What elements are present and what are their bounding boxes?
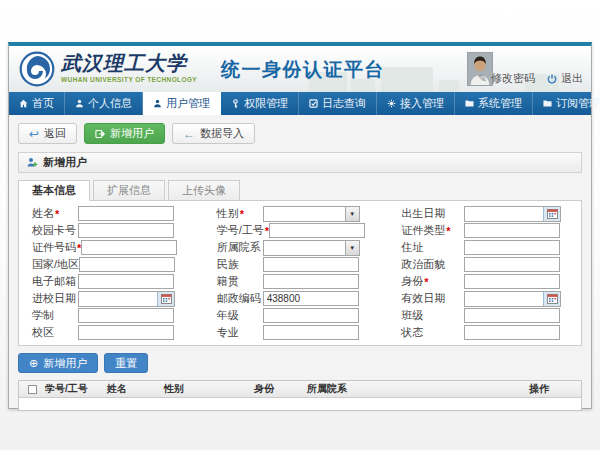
nav-item-home[interactable]: 首页 xyxy=(9,92,65,115)
class-input[interactable] xyxy=(464,308,560,323)
status-input[interactable] xyxy=(464,325,560,340)
nav-item-label: 日志查询 xyxy=(322,96,366,111)
nav-item-label: 权限管理 xyxy=(244,96,288,111)
university-logo xyxy=(19,51,55,87)
form-field-political-status: 政治面貌 xyxy=(392,256,577,273)
form-field-grade: 年级 xyxy=(208,307,393,324)
app-header: 武汉理工大学 WUHAN UNIVERSITY OF TECHNOLOGY 统一… xyxy=(9,46,591,92)
add-user-toolbar-button[interactable]: 新增用户 xyxy=(84,123,165,144)
department-select[interactable]: ▼ xyxy=(263,240,360,256)
form-field-valid-date: 有效日期 xyxy=(392,290,577,307)
folder-icon xyxy=(465,99,474,108)
form-field-id-type: 证件类型* xyxy=(392,222,577,239)
field-label: 身份 xyxy=(392,274,423,289)
user-form-grid: 姓名*性别*▼出生日期校园卡号学号/工号*证件类型*证件号码*所属院系▼住址国家… xyxy=(23,205,577,341)
nav-item-label: 接入管理 xyxy=(400,96,444,111)
logout-button[interactable]: 退出 xyxy=(547,71,583,86)
campus-input[interactable] xyxy=(78,325,174,340)
field-label: 民族 xyxy=(208,257,239,272)
form-field-department: 所属院系▼ xyxy=(208,239,393,256)
nav-item-user-mgmt[interactable]: 用户管理 xyxy=(143,92,221,115)
field-label-wrap: 姓名* xyxy=(23,206,78,221)
user-menu: ✎ 修改密码 退出 xyxy=(478,71,583,86)
check-square-icon xyxy=(309,99,318,108)
nav-item-subscribe-mgmt[interactable]: 订阅管理 xyxy=(533,92,600,115)
field-label: 政治面貌 xyxy=(392,257,445,272)
field-label-wrap: 政治面貌 xyxy=(392,257,464,272)
field-label-wrap: 籍贯 xyxy=(208,274,263,289)
users-icon xyxy=(153,99,162,108)
form-field-email: 电子邮箱 xyxy=(23,273,208,290)
logout-label: 退出 xyxy=(561,71,583,86)
change-password-button[interactable]: ✎ 修改密码 xyxy=(478,71,535,86)
field-label-wrap: 进校日期 xyxy=(23,291,78,306)
field-label: 进校日期 xyxy=(23,291,76,306)
enroll-date-input[interactable] xyxy=(79,292,157,306)
form-field-schooling-length: 学制 xyxy=(23,307,208,324)
field-label: 校区 xyxy=(23,325,54,340)
required-asterisk: * xyxy=(446,225,450,237)
reset-button[interactable]: 重置 xyxy=(104,353,148,373)
form-field-id-number: 证件号码* xyxy=(23,239,208,256)
field-label-wrap: 证件类型* xyxy=(392,223,464,238)
user-table-empty-body xyxy=(19,398,581,410)
email-input[interactable] xyxy=(78,274,174,289)
native-place-input[interactable] xyxy=(263,274,359,289)
field-label-wrap: 民族 xyxy=(208,257,263,272)
political-status-input[interactable] xyxy=(464,257,560,272)
select-all-cell xyxy=(19,385,45,394)
form-field-country-region: 国家/地区 xyxy=(23,256,208,273)
country-region-input[interactable] xyxy=(79,257,175,272)
postal-code-input[interactable] xyxy=(263,291,359,306)
tab-upload-avatar[interactable]: 上传头像 xyxy=(168,180,240,201)
field-label-wrap: 年级 xyxy=(208,308,263,323)
calendar-button[interactable] xyxy=(157,292,174,306)
grade-input[interactable] xyxy=(263,308,359,323)
nav-item-label: 订阅管理 xyxy=(556,96,600,111)
calendar-button[interactable] xyxy=(543,292,560,306)
ethnicity-input[interactable] xyxy=(263,257,359,272)
id-type-input[interactable] xyxy=(464,223,560,238)
tab-extended-info[interactable]: 扩展信息 xyxy=(93,180,165,201)
enroll-date-datepicker xyxy=(78,291,175,307)
field-label: 班级 xyxy=(392,308,423,323)
schooling-length-input[interactable] xyxy=(78,308,174,323)
building-silhouette xyxy=(439,80,459,92)
data-import-button[interactable]: ← 数据导入 xyxy=(172,123,255,144)
valid-date-input[interactable] xyxy=(465,292,543,306)
form-field-campus-card: 校园卡号 xyxy=(23,222,208,239)
form-field-postal-code: 邮政编码 xyxy=(208,290,393,307)
field-label-wrap: 学号/工号* xyxy=(208,223,269,238)
university-name: 武汉理工大学 xyxy=(61,52,197,74)
field-label: 证件号码 xyxy=(23,240,76,255)
gear-icon xyxy=(387,99,396,108)
university-name-en: WUHAN UNIVERSITY OF TECHNOLOGY xyxy=(61,76,197,83)
nav-item-profile[interactable]: 个人信息 xyxy=(65,92,143,115)
address-input[interactable] xyxy=(464,240,560,255)
birth-date-datepicker xyxy=(464,206,561,222)
form-actions: ⊕ 新增用户 重置 xyxy=(18,353,582,373)
field-label: 校园卡号 xyxy=(23,223,76,238)
back-button[interactable]: ↩ 返回 xyxy=(18,123,77,144)
nav-item-system-mgmt[interactable]: 系统管理 xyxy=(455,92,533,115)
id-number-input[interactable] xyxy=(81,240,177,255)
nav-item-log-query[interactable]: 日志查询 xyxy=(299,92,377,115)
chevron-down-icon: ▼ xyxy=(345,241,359,255)
tab-basic-info[interactable]: 基本信息 xyxy=(18,180,90,201)
select-all-checkbox[interactable] xyxy=(28,385,37,394)
name-input[interactable] xyxy=(78,206,174,221)
user-icon xyxy=(75,99,84,108)
student-id-input[interactable] xyxy=(269,223,365,238)
field-label: 出生日期 xyxy=(392,206,445,221)
nav-item-permission-mgmt[interactable]: 权限管理 xyxy=(221,92,299,115)
form-field-address: 住址 xyxy=(392,239,577,256)
birth-date-input[interactable] xyxy=(465,207,543,221)
field-label: 邮政编码 xyxy=(208,291,261,306)
submit-add-user-button[interactable]: ⊕ 新增用户 xyxy=(18,353,98,373)
gender-select[interactable]: ▼ xyxy=(263,206,360,222)
major-input[interactable] xyxy=(263,325,359,340)
campus-card-input[interactable] xyxy=(78,223,174,238)
nav-item-access-mgmt[interactable]: 接入管理 xyxy=(377,92,455,115)
identity-input[interactable] xyxy=(464,274,560,289)
calendar-button[interactable] xyxy=(543,207,560,221)
